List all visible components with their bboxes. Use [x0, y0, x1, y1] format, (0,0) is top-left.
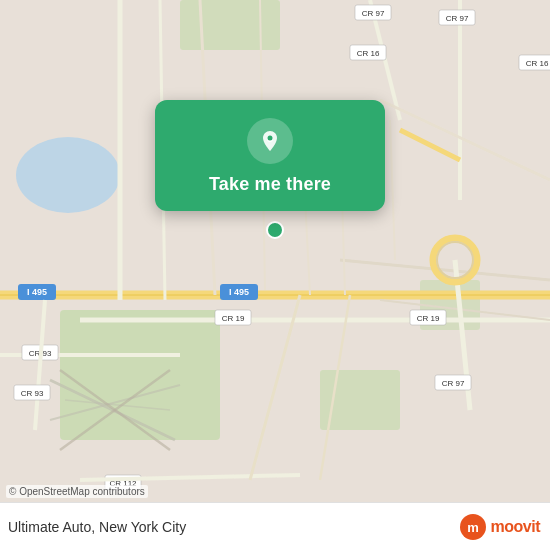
- moovit-wordmark: moovit: [491, 518, 540, 536]
- svg-text:I 495: I 495: [27, 287, 47, 297]
- svg-line-56: [250, 295, 300, 480]
- moovit-logo: m moovit: [459, 513, 540, 541]
- svg-text:I 495: I 495: [229, 287, 249, 297]
- bottom-bar: Ultimate Auto, New York City m moovit: [0, 502, 550, 550]
- svg-line-36: [35, 300, 45, 430]
- svg-text:CR 93: CR 93: [21, 389, 44, 398]
- location-title: Ultimate Auto, New York City: [8, 519, 186, 535]
- map-container: I 495 I 495 CR 19 CR 19 CR 93 CR 97 CR 1…: [0, 0, 550, 550]
- svg-rect-3: [180, 0, 280, 50]
- svg-text:CR 16: CR 16: [357, 49, 380, 58]
- svg-text:CR 19: CR 19: [222, 314, 245, 323]
- svg-line-53: [390, 120, 395, 260]
- svg-text:CR 19: CR 19: [417, 314, 440, 323]
- location-pin-icon: [247, 118, 293, 164]
- take-me-there-button[interactable]: Take me there: [209, 174, 331, 195]
- svg-point-58: [267, 222, 283, 238]
- svg-line-54: [380, 100, 550, 180]
- svg-text:m: m: [467, 520, 479, 535]
- svg-point-60: [268, 136, 273, 141]
- action-card[interactable]: Take me there: [155, 100, 385, 211]
- map-copyright: © OpenStreetMap contributors: [6, 485, 148, 498]
- svg-text:CR 97: CR 97: [442, 379, 465, 388]
- svg-text:CR 16: CR 16: [526, 59, 549, 68]
- moovit-icon: m: [459, 513, 487, 541]
- svg-text:CR 97: CR 97: [362, 9, 385, 18]
- svg-point-0: [16, 137, 120, 213]
- svg-text:CR 97: CR 97: [446, 14, 469, 23]
- map-svg: I 495 I 495 CR 19 CR 19 CR 93 CR 97 CR 1…: [0, 0, 550, 550]
- svg-rect-1: [60, 310, 220, 440]
